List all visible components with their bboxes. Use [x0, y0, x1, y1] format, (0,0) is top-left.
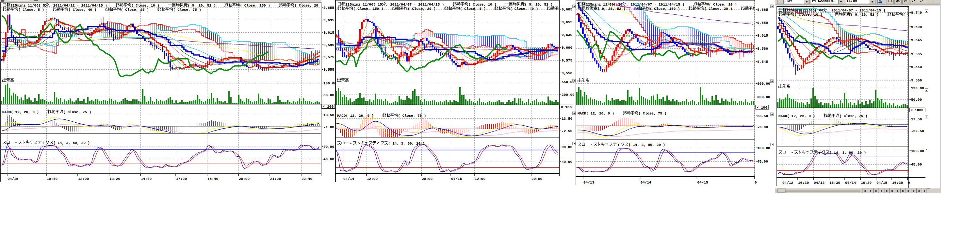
svg-text:22:40: 22:40	[302, 177, 312, 181]
svg-text:9,685: 9,685	[757, 8, 768, 12]
svg-text:( Close, 20 ): ( Close, 20 )	[704, 7, 741, 11]
svg-text:21:20: 21:20	[270, 177, 281, 181]
svg-text:225mini 11/06( 5: 225mini 11/06( 5	[10, 3, 45, 8]
svg-text:17:20: 17:20	[176, 177, 187, 181]
svg-text:14:40: 14:40	[141, 177, 151, 181]
svg-text:17.50: 17.50	[911, 117, 922, 121]
svg-text:9,615: 9,615	[757, 34, 768, 38]
svg-text:9,740: 9,740	[911, 11, 922, 15]
svg-text:( Close, 20 ): ( Close, 20 )	[408, 7, 444, 11]
svg-text:90.00: 90.00	[562, 145, 572, 149]
svg-text:( Close, 10 ): ( Close, 10 )	[709, 3, 737, 6]
svg-text:9,595: 9,595	[323, 43, 334, 47]
svg-text:MACD( 12, 26, 9 ): MACD( 12, 26, 9 )	[2, 110, 48, 114]
svg-text:( Close, 75 ): ( Close, 75 )	[64, 110, 91, 114]
svg-text:04/13: 04/13	[584, 181, 594, 184]
svg-text:16:30: 16:30	[798, 181, 809, 185]
svg-text:MACD( 12, 26, 9 ): MACD( 12, 26, 9 )	[578, 112, 623, 115]
svg-text:( 14, 3, 80, 20 ): ( 14, 3, 80, 20 )	[388, 142, 425, 145]
svg-text:( Close, 75 ): ( Close, 75 )	[398, 114, 426, 118]
svg-text:800.00: 800.00	[757, 82, 770, 86]
svg-text:( Close, 75 ): ( Close, 75 )	[840, 114, 868, 118]
svg-text:12:00: 12:00	[78, 177, 89, 181]
svg-text:MACD( 12, 26, 9 ): MACD( 12, 26, 9 )	[778, 114, 824, 118]
svg-text:9,685: 9,685	[562, 8, 572, 11]
svg-text:, 2011/04/07 - 2011/04/15 ): , 2011/04/07 - 2011/04/15 )	[827, 8, 885, 13]
svg-text:225mini 11/06( 30: 225mini 11/06( 30	[586, 3, 622, 6]
svg-text:13.50: 13.50	[562, 117, 572, 121]
svg-text:( Close, 20 ): ( Close, 20 )	[295, 3, 323, 8]
svg-text:10:40: 10:40	[47, 177, 57, 181]
svg-text:MACD( 12, 26, 9 ): MACD( 12, 26, 9 )	[337, 114, 382, 118]
svg-text:16:30: 16:30	[829, 181, 840, 185]
svg-text:( 9, 26, 52 ): ( 9, 26, 52 )	[525, 3, 553, 6]
svg-text:9,550: 9,550	[911, 65, 922, 69]
svg-text:( Close, 10 ): ( Close, 10 )	[131, 3, 168, 8]
svg-text:90.00: 90.00	[323, 145, 334, 149]
svg-text:9,575: 9,575	[562, 59, 572, 62]
svg-text:9,580: 9,580	[757, 47, 768, 51]
svg-text:( 9, 26, 52 ): ( 9, 26, 52 )	[188, 3, 224, 8]
svg-text:9,650: 9,650	[757, 21, 768, 25]
svg-text:23.50: 23.50	[757, 114, 768, 118]
svg-text:( Close, 150 ): ( Close, 150 )	[650, 7, 689, 11]
svg-text:04/15: 04/15	[451, 177, 462, 181]
svg-text:( Close, 10 ): ( Close, 10 )	[468, 3, 505, 6]
svg-text:50.00: 50.00	[911, 98, 922, 102]
svg-text:04/14: 04/14	[641, 181, 651, 184]
svg-text:, 2011/04/07 - 2011/04/15 ): , 2011/04/07 - 2011/04/15 )	[386, 3, 453, 6]
svg-text:( Close, 150 ): ( Close, 150 )	[240, 3, 279, 8]
svg-text:12:00: 12:00	[475, 177, 485, 181]
svg-text:225mini 11/06( 15: 225mini 11/06( 15	[345, 3, 382, 6]
svg-text:9,655: 9,655	[323, 6, 334, 10]
svg-text:( Close, 40 ): ( Close, 40 )	[68, 8, 105, 12]
svg-text:20:00: 20:00	[531, 177, 542, 181]
svg-text:80.00: 80.00	[323, 93, 334, 97]
svg-text:( 14, 3, 80, 20 ): ( 14, 3, 80, 20 )	[628, 143, 665, 147]
svg-text:300.00: 300.00	[757, 95, 770, 99]
svg-text:190.00: 190.00	[323, 81, 336, 85]
svg-text:9,550: 9,550	[562, 71, 572, 75]
svg-text:04/14: 04/14	[845, 181, 856, 185]
svg-text:9,615: 9,615	[323, 31, 334, 35]
svg-text:( Close, 150 ): ( Close, 150 )	[353, 7, 392, 11]
svg-text:( Close, 10 ): ( Close, 10 )	[794, 13, 831, 17]
svg-text:120.00: 120.00	[911, 86, 924, 90]
svg-text:( Close, 75 ): ( Close, 75 )	[639, 112, 667, 115]
svg-text:× 100: × 100	[323, 105, 334, 109]
svg-text:04/15: 04/15	[877, 181, 887, 185]
svg-text:04/13: 04/13	[814, 181, 824, 185]
svg-text:, 2011/04/12 - 2011/04/15 ): , 2011/04/12 - 2011/04/15 )	[49, 3, 116, 8]
svg-text:04/14: 04/14	[343, 177, 354, 181]
svg-text:( 9, 26, 52 ): ( 9, 26, 52 )	[598, 7, 634, 11]
svg-text:18:40: 18:40	[207, 177, 218, 181]
svg-text:200.00: 200.00	[562, 93, 574, 97]
svg-text:100.00: 100.00	[757, 146, 770, 150]
svg-text:9,630: 9,630	[562, 33, 572, 37]
svg-text:11/06: 11/06	[846, 0, 857, 3]
svg-text:9,600: 9,600	[562, 46, 572, 50]
svg-text:20:00: 20:00	[422, 177, 433, 181]
svg-text:40.00: 40.00	[562, 160, 572, 164]
svg-text:9,545: 9,545	[757, 60, 768, 64]
svg-text:100.00: 100.00	[911, 149, 924, 153]
svg-text:45.00: 45.00	[911, 163, 922, 166]
svg-text:9,635: 9,635	[323, 18, 334, 22]
svg-text:04/15: 04/15	[8, 177, 18, 181]
svg-text:9,645: 9,645	[911, 38, 922, 42]
svg-text:× 100: × 100	[757, 105, 767, 110]
svg-text:9,690: 9,690	[911, 25, 922, 29]
svg-text:-3.00: -3.00	[757, 125, 768, 129]
svg-text:× 1000: × 1000	[910, 108, 923, 112]
svg-text:9,500: 9,500	[911, 78, 922, 82]
svg-text:20:00: 20:00	[239, 177, 250, 181]
svg-text:( Close, 25 ): ( Close, 25 )	[121, 8, 158, 12]
svg-text:( Close, 5 ): ( Close, 5 )	[18, 8, 53, 12]
svg-text:9,595: 9,595	[911, 52, 922, 56]
svg-text:16:30: 16:30	[892, 181, 903, 185]
svg-text:-1.00: -1.00	[323, 125, 334, 129]
svg-text:40.00: 40.00	[323, 157, 334, 161]
svg-text:( Close, 75 ): ( Close, 75 )	[173, 8, 201, 12]
svg-text:( Close, 40 ): ( Close, 40 )	[510, 7, 547, 11]
svg-text:( 14, 3, 80, 20 ): ( 14, 3, 80, 20 )	[53, 141, 90, 145]
